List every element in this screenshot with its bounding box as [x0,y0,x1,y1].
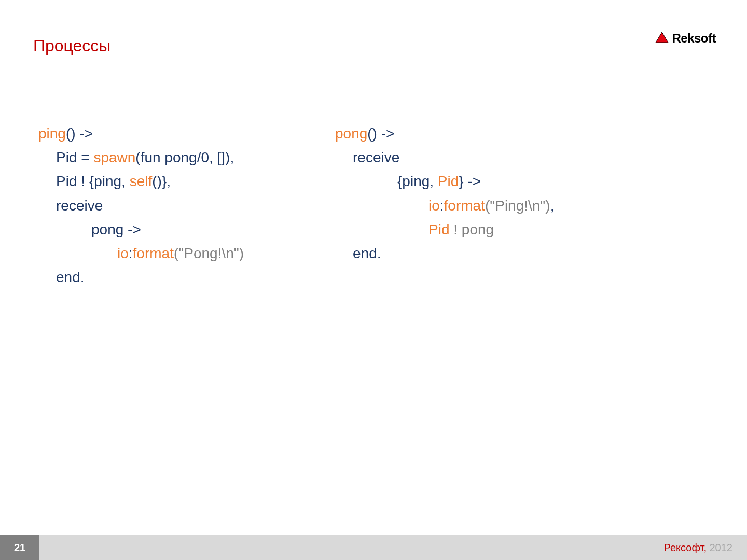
page-number: 21 [0,535,39,560]
code-line: pong() -> [335,122,554,146]
code-line: receive [335,146,554,170]
code-line: io:format("Ping!\n"), [335,194,554,218]
t: ! [449,221,461,237]
t: pong [462,221,494,237]
slide-title: Процессы [33,36,110,55]
t: pong -> [91,221,141,237]
t: Pid ! {ping, [56,173,130,189]
code-line: Pid ! pong [335,218,554,242]
t: . [80,269,85,285]
t: end [353,245,377,261]
t: format [133,245,174,261]
t: ()}, [152,173,171,189]
t: end [56,269,80,285]
t: : [440,198,444,214]
t: io [428,198,440,214]
t: spawn [93,149,135,165]
t: Pid [428,221,449,237]
code-line: Pid = spawn(fun pong/0, []), [38,146,244,170]
t: ping [38,125,66,142]
t: . [377,245,381,261]
svg-marker-0 [656,32,668,43]
footer-year: 2012 [707,542,732,553]
t: ("Ping!\n") [485,198,550,214]
triangle-icon [655,31,669,46]
t: {ping, [397,173,438,189]
slide: Процессы Reksoft ping() -> Pid = spawn(f… [0,0,747,560]
t: pong [335,125,367,142]
code-block-ping: ping() -> Pid = spawn(fun pong/0, []), P… [38,122,244,289]
code-line: pong -> [38,218,244,242]
t: io [117,245,129,261]
footer: 21 Рексофт, 2012 [0,535,747,560]
t: () -> [66,125,93,142]
code-line: Pid ! {ping, self()}, [38,170,244,193]
t: } -> [459,173,481,189]
footer-company: Рексофт, [664,542,707,553]
code-line: receive [38,194,244,218]
t: ("Pong!\n") [174,245,244,261]
t: , [550,198,555,214]
t: Pid [438,173,459,189]
code-line: end. [38,265,244,289]
code-line: io:format("Pong!\n") [38,242,244,265]
logo: Reksoft [655,31,716,46]
code-line: {ping, Pid} -> [335,170,554,193]
t: receive [353,149,399,165]
code-block-pong: pong() -> receive {ping, Pid} -> io:form… [335,122,554,265]
t: (fun pong/0, []), [135,149,234,165]
t: format [444,198,485,214]
t: self [130,173,153,189]
footer-copyright: Рексофт, 2012 [664,542,732,554]
logo-text: Reksoft [672,31,716,46]
t: Pid = [56,149,93,165]
t: : [129,245,133,261]
t: () -> [367,125,394,142]
code-line: ping() -> [38,122,244,146]
t: receive [56,198,103,214]
code-line: end. [335,242,554,265]
